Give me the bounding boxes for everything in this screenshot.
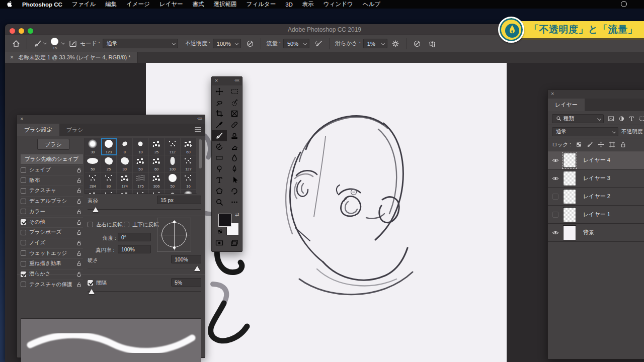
healing-brush-tool[interactable] [227, 119, 242, 130]
brush-preset[interactable]: 50 [133, 155, 149, 172]
lock-open-icon[interactable] [76, 209, 82, 215]
menu-item-filter[interactable]: フィルター [247, 1, 276, 8]
lock-open-icon[interactable] [76, 167, 82, 173]
brush-panel-header[interactable]: × «« [17, 115, 205, 124]
option-scattering[interactable]: 散布 [21, 175, 83, 185]
option-dual-brush[interactable]: デュアルブラシ [21, 196, 83, 206]
flip-x-option[interactable]: 左右に反転 [88, 220, 128, 229]
checkbox[interactable] [124, 222, 129, 227]
hardness-slider[interactable] [88, 268, 201, 269]
visibility-eye-icon[interactable] [552, 175, 559, 182]
history-brush-tool[interactable] [212, 141, 227, 152]
brush-preset[interactable] [149, 190, 165, 194]
layer-filter-dropdown[interactable]: 種類 [552, 114, 604, 123]
brush-preset[interactable]: 80 [101, 172, 117, 190]
spacing-slider-thumb[interactable] [89, 289, 95, 294]
brush-preset[interactable]: 30 [117, 155, 133, 172]
brush-preset[interactable] [85, 190, 101, 194]
checkbox[interactable] [21, 261, 26, 266]
brush-preset[interactable]: 306 [149, 172, 165, 190]
lock-all-icon[interactable] [620, 141, 626, 148]
type-tool[interactable] [212, 174, 227, 186]
brush-tool-selected[interactable] [212, 130, 227, 141]
checkbox[interactable] [21, 230, 26, 235]
blend-mode-dropdown[interactable]: 通常 [552, 127, 618, 136]
apple-menu-icon[interactable] [6, 1, 13, 8]
menu-item-layer[interactable]: レイヤー [159, 1, 183, 8]
option-transfer[interactable]: その他 [21, 217, 83, 227]
brush-preset[interactable]: 60 [149, 155, 165, 172]
layer-row-layer2[interactable]: レイヤー 2 [548, 188, 644, 206]
option-noise[interactable]: ノイズ [21, 238, 83, 247]
layer-thumbnail[interactable] [563, 171, 576, 186]
toggle-brush-settings-panel-button[interactable] [67, 38, 79, 50]
brush-preset[interactable]: 112 [165, 138, 181, 155]
tool-preset-chevron[interactable] [44, 39, 49, 48]
lock-open-icon[interactable] [76, 260, 82, 266]
checkbox[interactable] [88, 222, 93, 227]
brush-preset[interactable]: 16 [181, 172, 197, 190]
tools-panel-header[interactable]: × «« [212, 77, 242, 85]
brush-preset[interactable]: 284 [85, 172, 101, 190]
default-colors-icon[interactable] [217, 229, 223, 234]
zoom-tool[interactable] [212, 197, 227, 208]
layer-thumbnail[interactable] [563, 153, 576, 168]
angle-roundness-control[interactable] [157, 218, 191, 252]
lock-transparent-pixels-icon[interactable] [576, 141, 582, 148]
brush-panel-collapse-icon[interactable]: «« [197, 116, 202, 121]
option-texture[interactable]: テクスチャ [21, 186, 83, 195]
brush-panel-close-icon[interactable]: × [20, 116, 23, 122]
checkbox-checked[interactable] [21, 219, 26, 225]
brush-preset[interactable]: 25 [101, 155, 117, 172]
roundness-field[interactable]: 100% [118, 245, 151, 253]
lock-image-pixels-icon[interactable] [587, 141, 593, 148]
visibility-eye-icon[interactable] [552, 229, 559, 236]
tools-panel-close-icon[interactable]: × [215, 78, 218, 83]
path-selection-tool[interactable] [227, 174, 242, 186]
menu-item-window[interactable]: ウィンドウ [324, 1, 353, 8]
visibility-toggle-empty[interactable] [552, 212, 558, 218]
checkbox[interactable] [21, 250, 26, 256]
pressure-opacity-icon[interactable] [244, 38, 256, 50]
menu-app-name[interactable]: Photoshop CC [22, 2, 62, 8]
eraser-tool[interactable] [227, 141, 242, 152]
swap-colors-icon[interactable]: ⇄ [235, 212, 239, 217]
eyedropper-tool[interactable] [212, 119, 227, 130]
brush-preset[interactable] [101, 190, 117, 194]
layers-panel-header[interactable]: × [548, 90, 644, 99]
checkbox-checked[interactable] [88, 280, 93, 286]
brush-picker-chevron[interactable] [61, 39, 67, 48]
smoothing-dropdown[interactable]: 1% [363, 39, 387, 48]
layers-panel-close-icon[interactable]: × [551, 91, 554, 97]
lock-open-icon[interactable] [76, 177, 82, 184]
checkbox[interactable] [21, 188, 26, 194]
brush-tip-shape-item[interactable]: ブラシ先端のシェイプ [21, 154, 83, 164]
diameter-field[interactable]: 15 px [157, 196, 201, 204]
visibility-toggle-empty[interactable] [552, 194, 558, 200]
mode-dropdown[interactable]: 通常 [103, 39, 178, 48]
lock-open-icon[interactable] [76, 282, 82, 288]
opacity-dropdown[interactable]: 100% [213, 39, 241, 48]
option-brush-pose[interactable]: ブラシポーズ [21, 227, 83, 237]
checkbox[interactable] [21, 167, 26, 173]
menu-item-select[interactable]: 選択範囲 [214, 1, 237, 8]
panel-menu-icon[interactable] [195, 127, 201, 132]
layer-row-layer1[interactable]: レイヤー 1 [548, 206, 644, 224]
tab-brushes[interactable]: ブラシ [59, 124, 91, 136]
spacing-option[interactable]: 間隔 [88, 278, 123, 288]
menu-item-image[interactable]: イメージ [126, 1, 150, 8]
lasso-tool[interactable] [212, 97, 227, 108]
lock-open-icon[interactable] [76, 250, 82, 256]
menu-item-3d[interactable]: 3D [285, 2, 293, 8]
filter-shape-layers-icon[interactable] [639, 115, 644, 122]
layer-thumbnail[interactable] [563, 225, 576, 240]
lock-artboard-icon[interactable] [609, 141, 615, 148]
preset-scrollbar[interactable] [199, 139, 202, 168]
gradient-tool[interactable] [212, 152, 227, 163]
crop-tool[interactable] [212, 108, 227, 119]
brush-preset[interactable]: 25 [149, 138, 165, 155]
option-shape[interactable]: シェイプ [21, 165, 83, 174]
brush-preset[interactable] [165, 190, 181, 194]
checkbox[interactable] [21, 282, 26, 287]
hardness-field[interactable]: 100% [171, 255, 201, 263]
